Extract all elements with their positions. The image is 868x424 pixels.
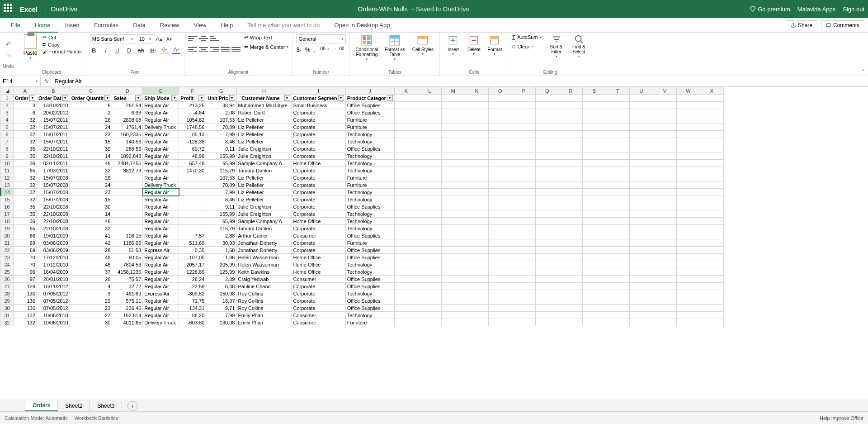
format-as-table-button[interactable]: Format as Table▾ <box>382 34 408 61</box>
paste-icon <box>24 34 37 49</box>
fx-icon[interactable]: fx <box>41 78 52 85</box>
formula-input[interactable] <box>52 76 868 86</box>
autosum-button[interactable]: ∑AutoSum▾ <box>512 34 541 40</box>
app-launcher-icon[interactable] <box>4 4 14 14</box>
italic-button[interactable]: I <box>102 46 110 54</box>
undo-group: ↶ ↷ Undo <box>0 33 17 76</box>
save-status: - Saved to OneDrive <box>412 5 470 13</box>
merge-icon: ⬌ <box>244 44 248 50</box>
increase-indent-icon[interactable] <box>231 45 241 53</box>
search-icon <box>574 34 584 44</box>
eraser-icon: ◇ <box>512 43 515 49</box>
border-button[interactable]: ⊞▾ <box>149 46 157 54</box>
go-premium-button[interactable]: Go premium <box>750 6 790 13</box>
svg-rect-18 <box>491 36 499 39</box>
increase-font-icon[interactable]: A▴ <box>155 35 163 43</box>
align-middle-icon[interactable] <box>199 34 208 43</box>
undo-icon[interactable]: ↶ <box>5 40 11 49</box>
tell-me-input[interactable]: Tell me what you want to do <box>240 18 327 33</box>
tab-help[interactable]: Help <box>213 18 240 33</box>
open-desktop-button[interactable]: Open in Desktop App <box>327 18 397 33</box>
font-group: MS Sans Serif▾ 10▾ A▴ A▾ B I U D ab ⊞▾ ◊… <box>86 33 184 76</box>
tab-view[interactable]: View <box>186 18 213 33</box>
fill-color-button[interactable]: ◊▾ <box>160 46 169 54</box>
format-cells-button[interactable]: Format▾ <box>485 34 504 56</box>
wrap-text-button[interactable]: ↩Wrap Text <box>244 34 289 40</box>
svg-rect-4 <box>367 41 371 44</box>
divider <box>46 4 46 14</box>
percent-icon[interactable]: % <box>305 46 311 53</box>
svg-line-20 <box>580 41 583 43</box>
tab-formulas[interactable]: Formulas <box>87 18 126 33</box>
insert-icon <box>447 34 459 46</box>
tab-home[interactable]: Home <box>28 18 58 33</box>
cut-button[interactable]: ✂Cut <box>42 34 82 40</box>
user-name[interactable]: Malavida Apps <box>797 6 836 13</box>
delete-icon <box>468 34 480 46</box>
titlebar: Excel OneDrive Orders-With Nulls - Saved… <box>0 0 868 18</box>
redo-icon[interactable]: ↷ <box>5 52 11 60</box>
scissors-icon: ✂ <box>42 34 47 40</box>
underline-button[interactable]: U <box>113 46 122 54</box>
find-select-button[interactable]: Find & Select▾ <box>570 34 589 58</box>
decrease-decimal-icon[interactable]: ←.00 <box>334 46 344 53</box>
sort-filter-button[interactable]: Sort & Filter▾ <box>547 34 566 58</box>
alignment-group: ↩Wrap Text ⬌Merge & Center▾ Alignment <box>184 33 293 76</box>
diamond-icon <box>750 6 756 12</box>
merge-center-button[interactable]: ⬌Merge & Center▾ <box>244 44 289 50</box>
currency-icon[interactable]: $▾ <box>296 46 301 53</box>
format-icon <box>489 34 500 46</box>
clear-button[interactable]: ◇Clear▾ <box>512 43 541 49</box>
font-name-select[interactable]: MS Sans Serif▾ <box>90 34 135 43</box>
align-left-icon[interactable] <box>188 45 197 53</box>
svg-rect-11 <box>418 36 428 38</box>
font-color-button[interactable]: A▾ <box>172 46 180 54</box>
align-center-icon[interactable] <box>199 45 208 53</box>
onedrive-label[interactable]: OneDrive <box>51 5 77 13</box>
bold-button[interactable]: B <box>90 46 98 54</box>
clipboard-group: Paste▾ ✂Cut ⧉Copy 🖌Format Painter Clipbo… <box>17 33 86 76</box>
ribbon: ↶ ↷ Undo Paste▾ ✂Cut ⧉Copy 🖌Format Paint… <box>0 33 868 76</box>
name-box[interactable]: E14▾ <box>0 76 41 86</box>
number-group: General▾ $▾ % , .00→ ←.00 Number <box>292 33 350 76</box>
tab-insert[interactable]: Insert <box>58 18 87 33</box>
conditional-formatting-button[interactable]: Conditional Formatting▾ <box>354 34 380 61</box>
cell-styles-button[interactable]: Cell Styles▾ <box>410 34 436 61</box>
comma-icon[interactable]: , <box>314 46 316 53</box>
svg-rect-9 <box>390 35 400 38</box>
number-format-select[interactable]: General▾ <box>296 34 346 43</box>
align-bottom-icon[interactable] <box>210 34 219 43</box>
double-underline-button[interactable]: D <box>125 46 133 54</box>
decrease-font-icon[interactable]: A▾ <box>165 35 173 43</box>
tab-data[interactable]: Data <box>126 18 152 33</box>
align-right-icon[interactable] <box>210 45 219 53</box>
sigma-icon: ∑ <box>512 34 515 40</box>
delete-cells-button[interactable]: Delete▾ <box>464 34 483 56</box>
share-icon <box>791 23 796 28</box>
comments-button[interactable]: Comments <box>821 20 864 30</box>
format-painter-button[interactable]: 🖌Format Painter <box>42 49 82 54</box>
sign-out-button[interactable]: Sign out <box>843 6 864 13</box>
svg-rect-3 <box>363 41 367 44</box>
paste-button[interactable]: Paste▾ <box>21 34 40 60</box>
doc-name[interactable]: Orders-With Nulls <box>358 5 407 13</box>
tab-file[interactable]: File <box>4 18 28 33</box>
collapse-ribbon-icon[interactable]: ⌃ <box>861 68 865 75</box>
ribbon-tabs: File Home Insert Formulas Data Review Vi… <box>0 18 868 33</box>
svg-rect-2 <box>367 36 371 40</box>
tab-review[interactable]: Review <box>153 18 187 33</box>
decrease-indent-icon[interactable] <box>221 45 230 53</box>
brush-icon: 🖌 <box>42 49 47 54</box>
increase-decimal-icon[interactable]: .00→ <box>319 46 330 53</box>
align-top-icon[interactable] <box>188 34 197 43</box>
strikethrough-button[interactable]: ab <box>137 46 145 54</box>
conditional-formatting-icon <box>361 34 373 46</box>
font-size-select[interactable]: 10▾ <box>137 34 153 43</box>
insert-cells-button[interactable]: Insert▾ <box>443 34 462 56</box>
wrap-icon: ↩ <box>244 34 248 40</box>
share-button[interactable]: Share <box>786 20 817 30</box>
formula-bar: E14▾ fx <box>0 76 868 87</box>
app-name: Excel <box>20 5 38 13</box>
copy-button[interactable]: ⧉Copy <box>42 42 82 48</box>
sort-icon <box>552 34 561 44</box>
